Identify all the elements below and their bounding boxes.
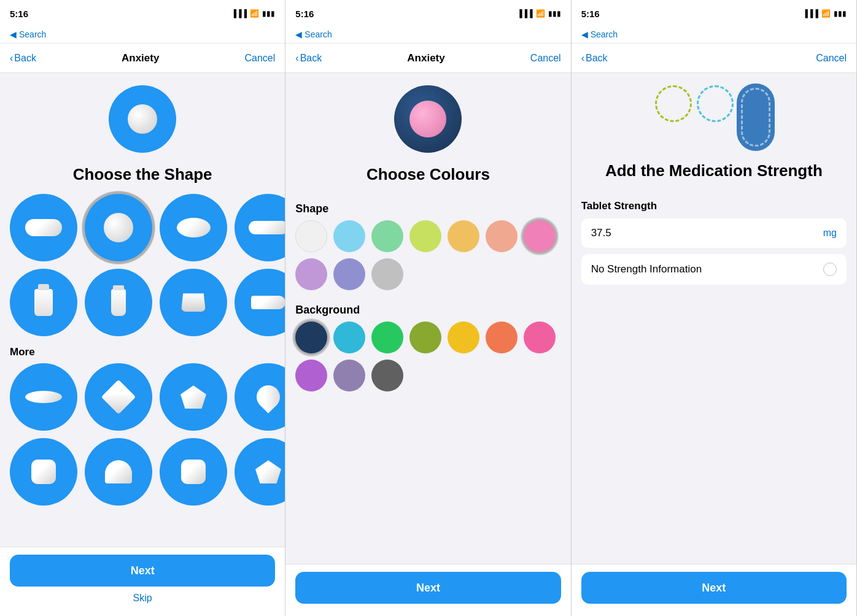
back-button-1[interactable]: ‹ Back bbox=[10, 53, 36, 64]
bg-olive[interactable] bbox=[409, 321, 441, 353]
shape-item-capsule[interactable] bbox=[10, 194, 77, 261]
next-button-3[interactable]: Next bbox=[581, 572, 847, 604]
bottom-bar-1: Next Skip bbox=[0, 547, 285, 616]
strength-unit: mg bbox=[823, 228, 837, 239]
color-yellow[interactable] bbox=[448, 220, 479, 252]
hero-pill-cyan bbox=[697, 85, 734, 122]
bg-gold[interactable] bbox=[448, 321, 479, 353]
nav-bar-3: ‹ Back Cancel bbox=[572, 44, 856, 73]
nav-bar-2: ‹ Back Anxiety Cancel bbox=[285, 44, 570, 73]
no-strength-text: No Strength Information bbox=[591, 263, 702, 275]
battery-icon-1: ▮▮▮ bbox=[262, 9, 275, 18]
colour-content: Choose Colours Shape Background bbox=[285, 73, 570, 616]
capsule-icon bbox=[25, 219, 62, 236]
colour-hero-circle bbox=[394, 85, 462, 153]
shape-item-oval[interactable] bbox=[160, 194, 227, 261]
cancel-button-1[interactable]: Cancel bbox=[245, 53, 276, 64]
back-chevron-2: ‹ bbox=[295, 53, 298, 64]
search-label-1: Search bbox=[19, 29, 46, 39]
bg-hotpink[interactable] bbox=[524, 321, 556, 353]
skip-link-1[interactable]: Skip bbox=[10, 593, 275, 604]
bg-darkblue[interactable] bbox=[295, 321, 327, 353]
bg-cyan[interactable] bbox=[333, 321, 365, 353]
hero-pill-inner bbox=[741, 88, 770, 147]
back-label-3: Back bbox=[586, 53, 608, 64]
bg-mauve[interactable] bbox=[333, 360, 365, 391]
status-icons-3: ▐▐▐ 📶 ▮▮▮ bbox=[802, 9, 847, 18]
shape-item-sqround1[interactable] bbox=[10, 438, 77, 506]
shape-item-diamond[interactable] bbox=[85, 363, 152, 431]
no-strength-row[interactable]: No Strength Information bbox=[581, 254, 847, 285]
bg-brightgreen[interactable] bbox=[371, 321, 403, 353]
colour-hero-pill bbox=[409, 101, 446, 137]
back-label-1: Back bbox=[14, 53, 36, 64]
back-button-3[interactable]: ‹ Back bbox=[581, 53, 608, 64]
back-chevron-3: ‹ bbox=[581, 53, 584, 64]
bg-darkgray[interactable] bbox=[371, 360, 403, 391]
color-lightblue[interactable] bbox=[333, 220, 365, 252]
tube-icon bbox=[251, 296, 285, 309]
wifi-icon-1: 📶 bbox=[250, 9, 259, 18]
search-chevron-2: ◀ bbox=[295, 29, 302, 39]
shape-item-cup[interactable] bbox=[160, 269, 227, 336]
sqround1-icon bbox=[31, 460, 56, 484]
bg-purple[interactable] bbox=[295, 360, 327, 391]
shape-item-oblong[interactable] bbox=[235, 194, 285, 261]
bottle1-icon bbox=[34, 289, 53, 316]
sqround2-icon bbox=[181, 460, 206, 484]
color-periwinkle[interactable] bbox=[333, 258, 365, 290]
color-lime[interactable] bbox=[409, 220, 441, 252]
search-chevron-3: ◀ bbox=[581, 29, 588, 39]
cancel-button-2[interactable]: Cancel bbox=[530, 53, 561, 64]
strength-value: 37.5 bbox=[591, 227, 823, 239]
shape-item-bottle1[interactable] bbox=[10, 269, 77, 336]
oblong-icon bbox=[249, 221, 285, 234]
bg-colors-title: Background bbox=[285, 295, 570, 321]
search-label-2: Search bbox=[304, 29, 332, 39]
next-button-1[interactable]: Next bbox=[10, 555, 275, 587]
more-label: More bbox=[0, 336, 285, 363]
color-white[interactable] bbox=[295, 220, 327, 252]
color-gray[interactable] bbox=[371, 258, 403, 290]
lens-icon bbox=[25, 391, 62, 403]
status-bar-1: 5:16 ▐▐▐ 📶 ▮▮▮ bbox=[0, 0, 285, 27]
shape-item-sqround2[interactable] bbox=[160, 438, 227, 506]
no-strength-radio[interactable] bbox=[823, 263, 837, 276]
color-pink[interactable] bbox=[524, 220, 556, 252]
color-lavender[interactable] bbox=[295, 258, 327, 290]
strength-input-row[interactable]: 37.5 mg bbox=[581, 218, 847, 248]
back-button-2[interactable]: ‹ Back bbox=[295, 53, 322, 64]
nav-title-2: Anxiety bbox=[322, 52, 530, 64]
arch1-icon bbox=[105, 460, 132, 483]
cup-icon bbox=[181, 293, 206, 312]
search-bar-3[interactable]: ◀ Search bbox=[572, 27, 856, 44]
shape-color-grid bbox=[285, 220, 570, 295]
next-button-2[interactable]: Next bbox=[295, 572, 560, 604]
shape-item-round[interactable] bbox=[85, 194, 152, 261]
shape-item-tube[interactable] bbox=[235, 269, 285, 336]
shapes-grid-1 bbox=[0, 194, 285, 336]
shape-item-lens[interactable] bbox=[10, 363, 77, 431]
shape-item-pentagon2[interactable] bbox=[235, 438, 285, 506]
color-peach[interactable] bbox=[486, 220, 518, 252]
shape-item-teardrop[interactable] bbox=[235, 363, 285, 431]
shape-item-bottle2[interactable] bbox=[85, 269, 152, 336]
search-bar-1[interactable]: ◀ Search bbox=[0, 27, 285, 44]
wifi-icon-3: 📶 bbox=[821, 9, 831, 18]
color-green[interactable] bbox=[371, 220, 403, 252]
status-icons-2: ▐▐▐ 📶 ▮▮▮ bbox=[517, 9, 561, 18]
signal-icon-3: ▐▐▐ bbox=[802, 9, 818, 18]
signal-icon-1: ▐▐▐ bbox=[231, 9, 247, 18]
search-chevron-1: ◀ bbox=[10, 29, 17, 39]
bg-color-grid bbox=[285, 321, 570, 396]
diamond-icon bbox=[101, 380, 136, 415]
search-bar-2[interactable]: ◀ Search bbox=[285, 27, 570, 44]
shape-item-arch1[interactable] bbox=[85, 438, 152, 506]
bg-orange[interactable] bbox=[486, 321, 518, 353]
pentagon-icon bbox=[180, 385, 206, 409]
shape-item-pentagon[interactable] bbox=[160, 363, 227, 431]
cancel-button-3[interactable]: Cancel bbox=[816, 53, 847, 64]
colour-hero bbox=[285, 73, 570, 159]
colour-panel: 5:16 ▐▐▐ 📶 ▮▮▮ ◀ Search ‹ Back Anxiety C… bbox=[285, 0, 571, 616]
status-time-1: 5:16 bbox=[10, 9, 231, 19]
